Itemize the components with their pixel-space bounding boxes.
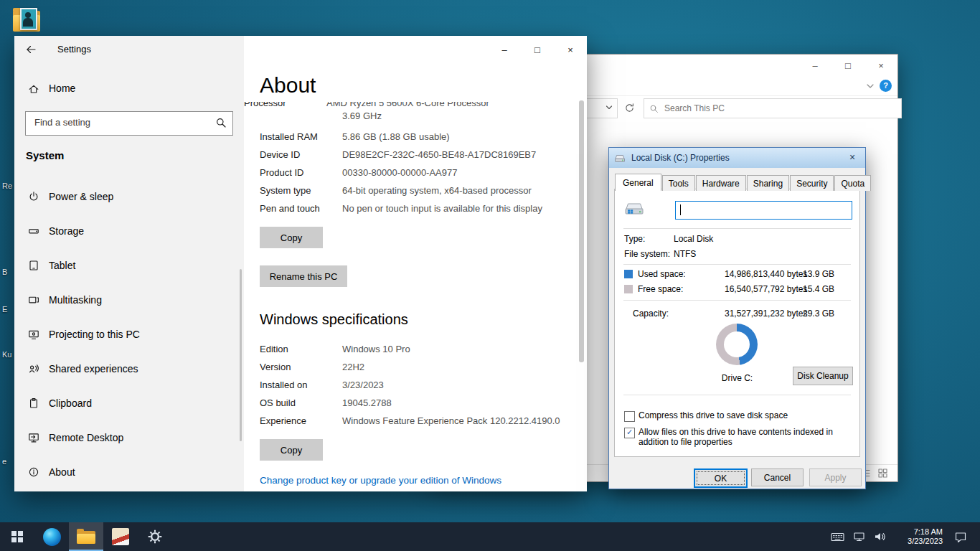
explorer-minimize-button[interactable]: – [798, 55, 831, 76]
disk-properties-dialog: Local Disk (C:) Properties × General Too… [608, 147, 866, 489]
volume-label-input-box[interactable] [675, 201, 852, 220]
action-center-button[interactable] [948, 522, 973, 551]
edge-icon [43, 528, 61, 546]
index-checkbox[interactable]: ✓ [624, 428, 635, 438]
taskbar-clock[interactable]: 7:18 AM 3/23/2023 [895, 527, 943, 546]
desktop-icon-label[interactable]: Re [2, 182, 12, 190]
desktop-folder-icon[interactable] [11, 6, 44, 39]
sidebar-item-multitasking[interactable]: Multitasking [14, 285, 244, 316]
taskbar: 7:18 AM 3/23/2023 [0, 522, 980, 551]
sidebar-item-shared-experiences[interactable]: Shared experiences [14, 354, 244, 385]
spec-row: ExperienceWindows Feature Experience Pac… [260, 415, 578, 428]
explorer-search-input[interactable] [663, 103, 896, 114]
tab-quota[interactable]: Quota [834, 175, 871, 191]
apply-button[interactable]: Apply [809, 468, 862, 486]
info-icon [28, 466, 39, 478]
tablet-icon [28, 260, 39, 271]
taskbar-app-button[interactable] [103, 522, 138, 551]
taskbar-settings-button[interactable] [138, 522, 172, 551]
desktop-icon-label[interactable]: Ku [2, 350, 11, 359]
user-photo-thumbnail [20, 8, 37, 30]
change-product-key-link[interactable]: Change product key or upgrade your editi… [260, 475, 501, 486]
compress-checkbox[interactable] [624, 411, 635, 422]
ok-button[interactable]: OK [694, 468, 748, 488]
sidebar-item-about[interactable]: About [14, 457, 244, 489]
dialog-close-button[interactable]: × [843, 151, 862, 165]
refresh-button[interactable] [620, 98, 639, 117]
system-tray: 7:18 AM 3/23/2023 [826, 522, 980, 551]
large-icons-view-icon[interactable] [877, 467, 889, 479]
desktop-icon-label[interactable]: E [2, 305, 7, 314]
content-scrollbar[interactable] [579, 100, 584, 362]
cancel-button[interactable]: Cancel [751, 468, 804, 486]
taskbar-file-explorer-button[interactable] [69, 522, 103, 551]
explorer-maximize-button[interactable]: □ [831, 55, 864, 76]
copy-button[interactable]: Copy [260, 227, 323, 248]
spec-row: Version22H2 [260, 361, 578, 374]
sidebar-scrollbar[interactable] [240, 269, 242, 441]
clock-time: 7:18 AM [895, 527, 943, 537]
network-tray-icon[interactable] [848, 522, 870, 551]
sidebar-item-remote-desktop[interactable]: Remote Desktop [14, 423, 244, 454]
disk-drive-icon [623, 199, 645, 217]
settings-titlebar[interactable]: Settings – □ × [14, 36, 587, 63]
find-a-setting-input[interactable] [33, 116, 208, 128]
sidebar-item-clipboard[interactable]: Clipboard [14, 388, 244, 420]
general-tab-panel: Type: Local Disk File system: NTFS Used … [614, 189, 860, 457]
dialog-titlebar[interactable]: Local Disk (C:) Properties × [609, 148, 865, 168]
clipboard-icon [28, 397, 39, 409]
dialog-title: Local Disk (C:) Properties [631, 153, 730, 163]
desktop-icon-label[interactable]: B [2, 268, 7, 276]
volume-label-input[interactable] [679, 203, 848, 215]
settings-minimize-button[interactable]: – [488, 36, 521, 63]
disk-cleanup-button[interactable]: Disk Cleanup [793, 367, 853, 385]
storage-drive-icon [28, 225, 39, 237]
text-caret [680, 204, 681, 215]
used-legend-square [624, 270, 633, 278]
volume-tray-icon[interactable] [870, 522, 891, 551]
tab-general[interactable]: General [615, 174, 661, 191]
used-space-row: Used space: 14,986,813,440 bytes 13.9 GB [615, 269, 859, 280]
tab-hardware[interactable]: Hardware [696, 175, 746, 191]
taskbar-edge-button[interactable] [34, 522, 69, 551]
back-arrow-icon[interactable] [24, 43, 37, 56]
multitasking-icon [28, 294, 39, 306]
spec-row: Installed on3/23/2023 [260, 379, 578, 392]
settings-maximize-button[interactable]: □ [521, 36, 554, 63]
sidebar-item-tablet[interactable]: Tablet [14, 250, 244, 282]
device-spec-row: Pen and touchNo pen or touch input is av… [260, 202, 578, 215]
tab-tools[interactable]: Tools [662, 175, 695, 191]
type-row: Type: Local Disk [615, 234, 859, 245]
address-dropdown-chevron-icon[interactable] [604, 103, 614, 113]
sidebar-item-power-sleep[interactable]: Power & sleep [14, 182, 244, 213]
file-explorer-icon [77, 529, 95, 544]
desktop-icon-label[interactable]: e [2, 457, 6, 466]
explorer-close-button[interactable]: × [864, 55, 897, 76]
help-icon[interactable]: ? [880, 80, 892, 92]
sidebar-item-home[interactable]: Home [14, 75, 244, 104]
expand-ribbon-chevron-icon[interactable] [864, 80, 876, 92]
copy-button[interactable]: Copy [260, 439, 323, 461]
tab-security[interactable]: Security [790, 175, 834, 191]
sidebar-item-label: Home [49, 83, 75, 94]
capacity-row: Capacity: 31,527,391,232 bytes 29.3 GB [615, 309, 859, 319]
find-a-setting-box[interactable] [25, 111, 233, 136]
sidebar-item-storage[interactable]: Storage [14, 216, 244, 248]
gear-icon [148, 529, 162, 544]
sidebar-item-projecting[interactable]: Projecting to this PC [14, 319, 244, 351]
dialog-tabs: General Tools Hardware Sharing Security … [615, 174, 872, 191]
app-icon [112, 528, 129, 545]
touch-keyboard-tray-icon[interactable] [826, 522, 848, 551]
device-spec-row: Product ID00330-80000-00000-AA977 [260, 166, 578, 179]
start-button[interactable] [0, 522, 34, 551]
disk-drive-icon [614, 154, 626, 163]
rename-pc-button[interactable]: Rename this PC [260, 265, 347, 287]
device-spec-row: Device IDDE98E2CF-232C-4650-BE48-A17DC81… [260, 149, 578, 161]
processor-speed-value: 3.69 GHz [342, 110, 382, 121]
tab-sharing[interactable]: Sharing [747, 175, 789, 191]
explorer-search-box[interactable] [644, 98, 902, 118]
power-icon [28, 191, 39, 202]
settings-close-button[interactable]: × [554, 36, 587, 63]
window-title: Settings [57, 44, 91, 55]
sidebar-section-title: System [26, 149, 64, 161]
